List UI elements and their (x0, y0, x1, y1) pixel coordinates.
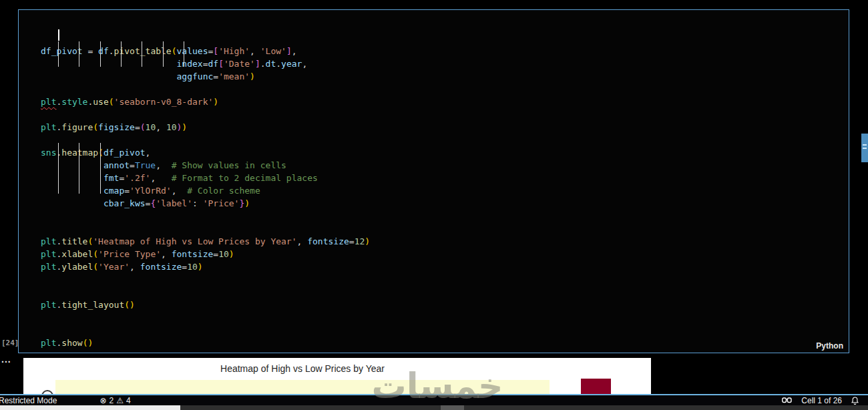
cell-output-panel: Heatmap of High vs Low Prices by Year (23, 358, 651, 395)
code-token: , (150, 173, 171, 183)
code-token: ( (93, 122, 98, 132)
code-token: , (130, 262, 140, 272)
code-token: True (135, 160, 156, 170)
error-icon: ⊗ (99, 397, 106, 405)
code-token: ) (198, 262, 203, 272)
code-token: use (93, 97, 108, 107)
code-token: . (109, 46, 114, 56)
code-token: df_pivot (41, 46, 83, 56)
code-line (41, 108, 843, 121)
code-token: plt (41, 97, 56, 107)
code-token: 'YlOrRd' (130, 186, 172, 196)
code-token: ] (255, 59, 260, 69)
code-token: : (192, 198, 203, 208)
cell-toolbar-clipped[interactable] (861, 134, 868, 162)
code-line: aggfunc='mean') (41, 70, 843, 83)
code-line: sns.heatmap(df_pivot, (41, 146, 843, 159)
code-token (41, 71, 177, 81)
code-token: ( (93, 262, 98, 272)
code-token: values (177, 46, 208, 56)
code-token: 'Price Type' (98, 249, 161, 259)
code-token: 'mean' (218, 71, 250, 81)
warning-icon: ⚠ (116, 397, 124, 405)
warning-count: 4 (126, 396, 131, 405)
code-token: fontsize (172, 249, 214, 259)
code-line: plt.figure(figsize=(10, 10)) (41, 121, 843, 134)
code-token: , (156, 122, 166, 132)
code-line (41, 273, 843, 286)
code-token: aggfunc (177, 71, 214, 81)
code-token: ) (182, 122, 187, 132)
code-token: plt (41, 300, 56, 310)
copilot-status[interactable] (782, 397, 792, 405)
code-token: = (213, 249, 218, 259)
code-line: plt.ylabel('Year', fontsize=10) (41, 260, 843, 273)
error-squiggle: __ (58, 39, 67, 43)
indent-guide (58, 41, 59, 67)
code-line (41, 311, 843, 324)
code-line (41, 222, 843, 235)
code-token: figure (61, 122, 93, 132)
code-token: '.2f' (124, 173, 150, 183)
code-token (41, 173, 103, 183)
code-token: 10 (146, 122, 156, 132)
notebook-code-cell[interactable]: df_pivot = df.pivot_table(values=['High'… (18, 9, 849, 353)
problems-indicator[interactable]: ⊗ 2 ⚠ 4 (99, 396, 130, 405)
code-token: dt (266, 59, 276, 69)
code-token: , (292, 46, 297, 56)
code-token: [ (213, 46, 218, 56)
notifications-bell[interactable] (851, 397, 859, 405)
code-token: , (172, 186, 187, 196)
code-line: df_pivot = df.pivot_table(values=['High'… (41, 45, 843, 57)
cell-language-picker[interactable]: Python (816, 341, 843, 351)
code-token: ( (124, 300, 130, 310)
code-token: ( (98, 148, 103, 158)
code-line (41, 134, 843, 146)
code-token: cmap (103, 186, 124, 196)
code-token: fontsize (307, 236, 349, 246)
vscode-window: [24] ... df_pivot = df.pivot_table(value… (0, 0, 868, 410)
code-token (41, 59, 177, 69)
code-token: ) (244, 198, 250, 208)
indent-guide (163, 41, 164, 67)
code-token: # Show values in cells (172, 160, 286, 170)
code-token: year (281, 59, 302, 69)
code-line (41, 210, 843, 222)
code-token: plt (41, 262, 56, 272)
code-token: ) (250, 71, 255, 81)
code-token: , (161, 249, 172, 259)
code-token: , (146, 148, 151, 158)
code-token: style (61, 97, 87, 107)
code-token: heatmap (61, 148, 98, 158)
bottom-scrollbar-strip[interactable] (0, 405, 868, 410)
code-token: fontsize (140, 262, 182, 272)
code-token: ) (229, 249, 234, 259)
code-token: 'Heatmap of High vs Low Prices by Year' (93, 236, 296, 246)
code-token: fmt (103, 173, 119, 183)
code-token: ( (172, 46, 177, 56)
code-token: , (297, 236, 308, 246)
toolbar-glyph (863, 144, 867, 146)
indent-guide (79, 143, 79, 194)
restricted-mode-indicator[interactable]: Restricted Mode (0, 396, 57, 405)
code-token: 10 (166, 122, 177, 132)
code-token: , (302, 59, 307, 69)
code-token: show (61, 338, 82, 348)
watermark-text: خمسات (371, 369, 504, 403)
code-token: figsize (98, 122, 135, 132)
error-count: 2 (109, 396, 114, 405)
code-token: = (349, 236, 355, 246)
code-token: xlabel (61, 249, 93, 259)
code-token: plt (41, 338, 56, 348)
cell-indicator[interactable]: Cell 1 of 26 (801, 396, 842, 405)
code-token: ) (365, 236, 370, 246)
code-lines: df_pivot = df.pivot_table(values=['High'… (41, 45, 843, 349)
code-line (41, 83, 843, 95)
cell-overflow-menu[interactable]: ... (1, 354, 11, 365)
scrollbar-thumb[interactable] (0, 405, 180, 410)
indent-guide (100, 143, 101, 194)
code-token: 10 (218, 249, 229, 259)
code-token: index (177, 59, 203, 69)
code-editor[interactable]: df_pivot = df.pivot_table(values=['High'… (41, 19, 843, 339)
code-token: ( (140, 122, 146, 132)
